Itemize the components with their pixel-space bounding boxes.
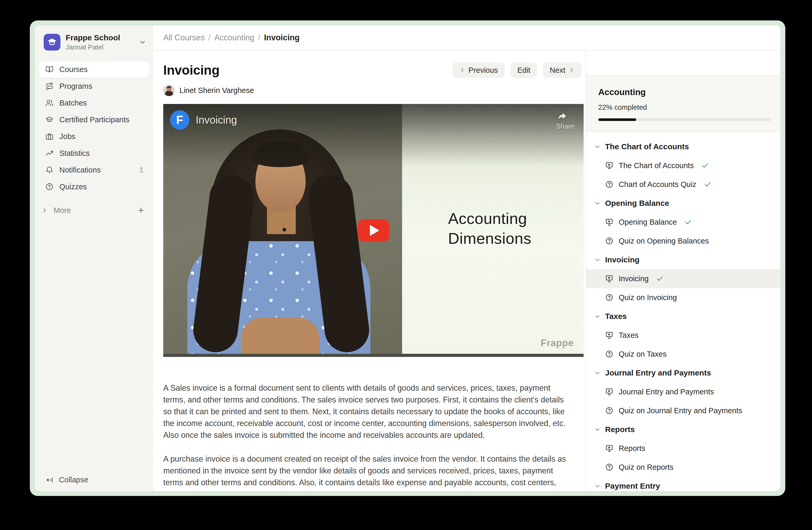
author-row: Linet Sherin Varghese: [163, 85, 581, 96]
lesson-title: Quiz on Opening Balances: [619, 237, 709, 245]
channel-avatar[interactable]: F: [170, 110, 189, 130]
video-frame-slide: Accounting Dimensions Frappe: [402, 104, 584, 357]
collapse-sidebar-button[interactable]: Collapse: [45, 476, 88, 484]
chevron-down-icon: [594, 369, 601, 376]
chapter-header-opening-balance[interactable]: Opening Balance: [586, 194, 780, 213]
video-progress-bar[interactable]: [163, 354, 584, 357]
course-progress-header: Accounting 22% completed: [586, 76, 780, 132]
sidebar: Frappe School Jannat Patel CoursesProgra…: [35, 25, 153, 491]
lesson-icon: [605, 444, 613, 452]
play-button[interactable]: [358, 219, 389, 242]
workspace-title: Frappe School: [66, 33, 120, 42]
chapter-header-invoicing[interactable]: Invoicing: [586, 250, 780, 269]
check-icon: [704, 180, 712, 188]
quiz-row-quiz-on-opening-balances[interactable]: Quiz on Opening Balances: [586, 232, 780, 250]
sidebar-item-programs[interactable]: Programs: [39, 78, 149, 95]
chapter-header-taxes[interactable]: Taxes: [586, 307, 780, 326]
quiz-row-quiz-on-taxes[interactable]: Quiz on Taxes: [586, 345, 780, 363]
sidebar-item-notifications[interactable]: Notifications1: [39, 162, 149, 178]
slide-title: Accounting Dimensions: [448, 209, 531, 249]
lesson-row-journal-entry-and-payments[interactable]: Journal Entry and Payments: [586, 382, 780, 401]
lesson-toolbar: Previous Edit Next: [452, 62, 581, 78]
sidebar-item-label: Jobs: [59, 132, 75, 141]
chapter: InvoicingInvoicingQuiz on Invoicing: [586, 250, 780, 307]
sidebar-more[interactable]: More: [35, 202, 153, 219]
chevron-down-icon: [594, 200, 601, 207]
chapter-header-reports[interactable]: Reports: [586, 420, 780, 439]
workspace-switcher[interactable]: Frappe School Jannat Patel: [35, 25, 153, 58]
plus-icon[interactable]: [137, 206, 145, 214]
breadcrumb-all-courses[interactable]: All Courses: [163, 33, 205, 42]
sidebar-item-statistics[interactable]: Statistics: [39, 145, 149, 162]
chapter-header-payment-entry[interactable]: Payment Entry: [586, 477, 780, 491]
check-icon: [701, 162, 709, 169]
trending-up-icon: [45, 149, 54, 157]
chapter: Journal Entry and PaymentsJournal Entry …: [586, 363, 780, 420]
lesson-title: Reports: [619, 444, 646, 453]
lesson-main: Invoicing Previous Edit: [153, 51, 586, 491]
lesson-icon: [605, 388, 613, 396]
video-title[interactable]: Invoicing: [196, 114, 237, 126]
app-frame: Frappe School Jannat Patel CoursesProgra…: [35, 25, 780, 491]
chapter-header-journal-entry-and-payments[interactable]: Journal Entry and Payments: [586, 363, 780, 382]
lesson-row-opening-balance[interactable]: Opening Balance: [586, 213, 780, 232]
play-icon: [370, 225, 379, 236]
video-player[interactable]: Accounting Dimensions Frappe F Invoicing: [163, 104, 584, 357]
frappe-watermark: Frappe: [541, 337, 574, 349]
lesson-icon: [605, 331, 613, 339]
sidebar-item-batches[interactable]: Batches: [39, 95, 149, 111]
share-icon: [556, 111, 568, 121]
notification-count: 1: [140, 166, 145, 174]
chapter-title: Invoicing: [605, 255, 640, 264]
quiz-row-quiz-on-reports[interactable]: Quiz on Reports: [586, 458, 780, 477]
bell-icon: [45, 166, 54, 174]
author-name: Linet Sherin Varghese: [179, 86, 254, 95]
screen: Frappe School Jannat Patel CoursesProgra…: [0, 0, 812, 530]
breadcrumb-separator: /: [208, 33, 211, 42]
chapter: ReportsReportsQuiz on Reports: [586, 420, 780, 477]
next-button[interactable]: Next: [543, 62, 581, 78]
graduation-cap-icon: [45, 115, 54, 124]
chapter-title: Reports: [605, 425, 635, 434]
chevron-down-icon: [594, 483, 601, 489]
sidebar-item-quizzes[interactable]: Quizzes: [39, 178, 149, 195]
breadcrumb-separator: /: [258, 33, 261, 42]
collapse-icon: [45, 476, 54, 484]
chapter-header-the-chart-of-accounts[interactable]: The Chart of Accounts: [586, 137, 780, 156]
sidebar-item-label: Notifications: [59, 166, 101, 175]
quiz-icon: [605, 237, 613, 245]
chevron-right-icon: [41, 207, 48, 214]
quiz-row-chart-of-accounts-quiz[interactable]: Chart of Accounts Quiz: [586, 175, 780, 194]
edit-button[interactable]: Edit: [510, 62, 537, 78]
sidebar-item-courses[interactable]: Courses: [39, 61, 149, 78]
lesson-paragraph: A Sales invoice is a formal document sen…: [163, 382, 571, 441]
lesson-title: Quiz on Invoicing: [619, 293, 677, 302]
briefcase-icon: [45, 132, 54, 141]
avatar: [163, 85, 175, 96]
course-title: Accounting: [598, 87, 771, 97]
chevron-down-icon: [139, 38, 146, 46]
share-button[interactable]: Share: [556, 111, 574, 130]
sidebar-more-label: More: [54, 206, 71, 215]
chevron-down-icon: [594, 143, 601, 150]
lesson-row-reports[interactable]: Reports: [586, 439, 780, 458]
chapter-title: Journal Entry and Payments: [605, 368, 711, 377]
lesson-icon: [605, 161, 613, 170]
book-open-icon: [45, 65, 54, 73]
lesson-row-taxes[interactable]: Taxes: [586, 326, 780, 345]
sidebar-item-certified-participants[interactable]: Certified Participants: [39, 111, 149, 128]
chapter-title: The Chart of Accounts: [605, 142, 689, 151]
previous-button[interactable]: Previous: [452, 62, 505, 78]
collapse-label: Collapse: [59, 476, 88, 484]
breadcrumb-accounting[interactable]: Accounting: [214, 33, 254, 42]
chevron-left-icon: [459, 67, 465, 73]
lesson-row-invoicing[interactable]: Invoicing: [586, 269, 780, 288]
lesson-row-the-chart-of-accounts[interactable]: The Chart of Accounts: [586, 156, 780, 175]
users-icon: [45, 99, 54, 107]
quiz-row-quiz-on-journal-entry-and-payments[interactable]: Quiz on Journal Entry and Payments: [586, 401, 780, 420]
sidebar-item-jobs[interactable]: Jobs: [39, 128, 149, 145]
app-window: Frappe School Jannat Patel CoursesProgra…: [30, 20, 785, 496]
quiz-icon: [605, 463, 613, 471]
quiz-row-quiz-on-invoicing[interactable]: Quiz on Invoicing: [586, 288, 780, 307]
sidebar-nav: CoursesProgramsBatchesCertified Particip…: [35, 58, 153, 195]
